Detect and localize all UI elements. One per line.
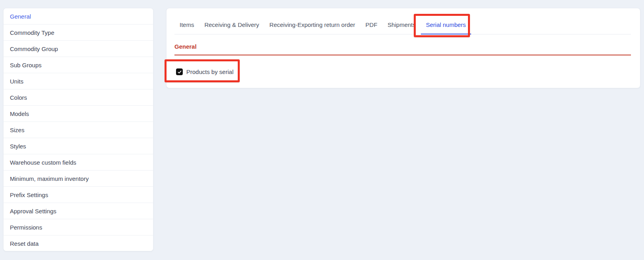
tab-pdf[interactable]: PDF: [360, 21, 383, 34]
tab-receiving-delivery[interactable]: Receiving & Delivery: [199, 21, 264, 34]
settings-panel: Items Receiving & Delivery Receiving-Exp…: [166, 8, 640, 88]
sidebar-item-prefix-settings[interactable]: Prefix Settings: [4, 187, 153, 203]
sidebar-item-permissions[interactable]: Permissions: [4, 219, 153, 235]
sidebar-item-general[interactable]: General: [4, 8, 153, 25]
settings-sidebar: General Commodity Type Commodity Group S…: [3, 8, 153, 251]
products-by-serial-label[interactable]: Products by serial: [186, 68, 233, 75]
sidebar-item-warehouse-custom-fields[interactable]: Warehouse custom fields: [4, 154, 153, 171]
section-title-general: General: [174, 43, 631, 51]
tab-shipments[interactable]: Shipments: [383, 21, 421, 34]
sidebar-item-commodity-type[interactable]: Commodity Type: [4, 25, 153, 41]
check-icon: [177, 70, 182, 74]
sidebar-item-units[interactable]: Units: [4, 73, 153, 89]
tab-bar: Items Receiving & Delivery Receiving-Exp…: [174, 21, 631, 34]
sidebar-item-sub-groups[interactable]: Sub Groups: [4, 57, 153, 73]
sidebar-item-reset-data[interactable]: Reset data: [4, 235, 153, 251]
sidebar-item-commodity-group[interactable]: Commodity Group: [4, 41, 153, 57]
tab-items[interactable]: Items: [174, 21, 199, 34]
products-by-serial-row: Products by serial: [176, 68, 640, 75]
section-divider: [174, 55, 631, 55]
settings-page: General Commodity Type Commodity Group S…: [0, 0, 644, 260]
tab-serial-numbers[interactable]: Serial numbers: [421, 21, 471, 34]
sidebar-item-min-max-inventory[interactable]: Minimum, maximum inventory: [4, 171, 153, 187]
sidebar-item-approval-settings[interactable]: Approval Settings: [4, 203, 153, 219]
sidebar-item-colors[interactable]: Colors: [4, 89, 153, 106]
sidebar-item-models[interactable]: Models: [4, 106, 153, 122]
products-by-serial-checkbox[interactable]: [176, 68, 183, 75]
sidebar-item-styles[interactable]: Styles: [4, 138, 153, 154]
sidebar-item-sizes[interactable]: Sizes: [4, 122, 153, 138]
tab-receiving-exporting-return-order[interactable]: Receiving-Exporting return order: [264, 21, 360, 34]
